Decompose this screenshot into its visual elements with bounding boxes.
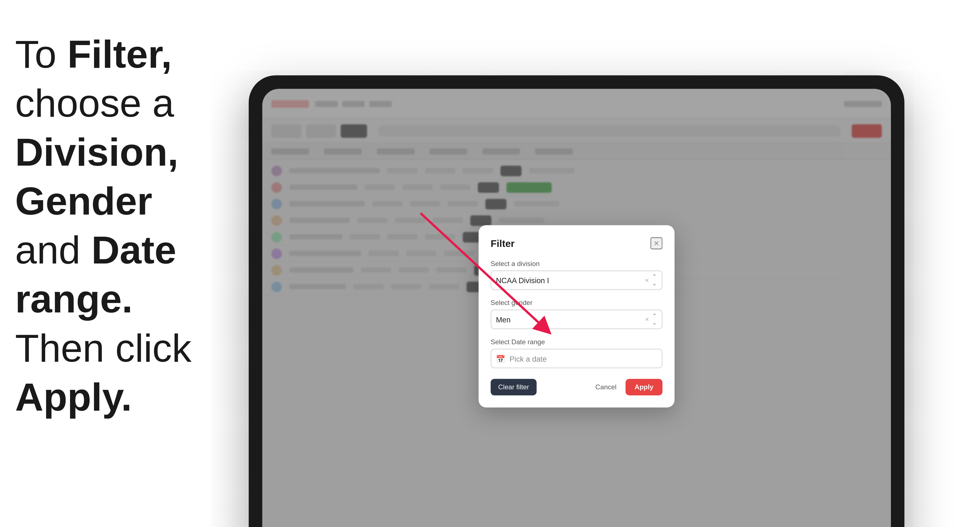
instruction-line4: Then click Apply. [15, 326, 191, 419]
division-select[interactable]: NCAA Division I × ⌃⌄ [490, 270, 662, 290]
division-label: Select a division [490, 260, 662, 267]
instruction-bold-division-gender: Division, Gender [15, 130, 178, 223]
instruction-bold-apply: Apply. [15, 375, 132, 419]
modal-header: Filter × [490, 237, 662, 249]
modal-close-button[interactable]: × [651, 237, 663, 249]
gender-select-controls: × ⌃⌄ [645, 313, 657, 326]
clear-filter-button[interactable]: Clear filter [490, 379, 536, 395]
division-clear-icon[interactable]: × [645, 276, 649, 284]
division-arrow-icon[interactable]: ⌃⌄ [652, 273, 657, 287]
cancel-button[interactable]: Cancel [591, 381, 621, 394]
gender-label: Select gender [490, 299, 662, 306]
modal-title: Filter [490, 238, 515, 249]
apply-button[interactable]: Apply [625, 379, 663, 395]
gender-form-group: Select gender Men × ⌃⌄ [490, 299, 662, 329]
division-form-group: Select a division NCAA Division I × ⌃⌄ [490, 260, 662, 290]
instruction-bold-date: Date range. [15, 228, 176, 321]
date-placeholder: Pick a date [509, 354, 547, 363]
modal-overlay: Filter × Select a division NCAA Division… [262, 89, 891, 527]
modal-footer: Clear filter Cancel Apply [490, 379, 662, 395]
date-label: Select Date range [490, 338, 662, 346]
gender-clear-icon[interactable]: × [645, 316, 649, 323]
gender-select[interactable]: Men × ⌃⌄ [490, 310, 662, 329]
gender-value: Men [496, 315, 511, 324]
instruction-text: To Filter, choose a Division, Gender and… [15, 30, 256, 422]
instruction-bold-filter: Filter, [67, 32, 172, 76]
instruction-line3: and Date range. [15, 228, 176, 321]
division-value: NCAA Division I [496, 276, 549, 284]
division-select-controls: × ⌃⌄ [645, 273, 657, 287]
gender-arrow-icon[interactable]: ⌃⌄ [652, 313, 657, 326]
date-input[interactable]: 📅 Pick a date [490, 349, 662, 368]
instruction-line1: To Filter, choose a [15, 32, 174, 125]
date-form-group: Select Date range 📅 Pick a date [490, 338, 662, 368]
footer-right-actions: Cancel Apply [591, 379, 663, 395]
tablet-screen: Filter × Select a division NCAA Division… [262, 89, 891, 527]
tablet-frame: Filter × Select a division NCAA Division… [249, 75, 904, 527]
filter-modal: Filter × Select a division NCAA Division… [479, 225, 675, 407]
calendar-icon: 📅 [496, 354, 505, 363]
